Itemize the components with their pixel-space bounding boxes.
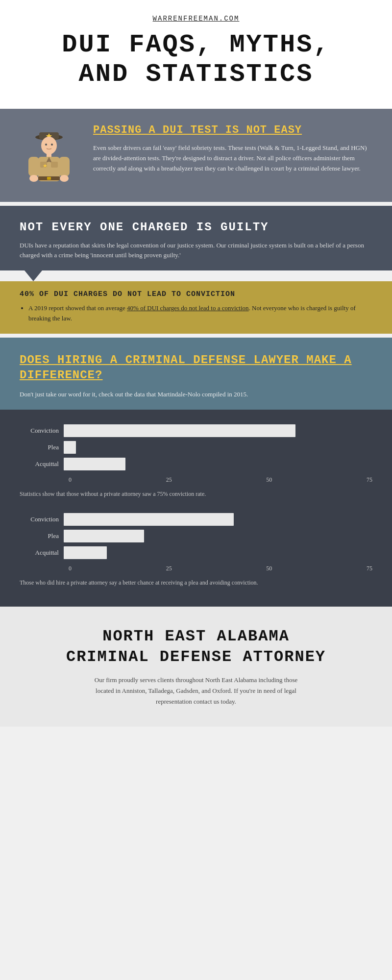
chart2-conviction-bar — [64, 513, 234, 526]
svg-point-4 — [45, 144, 47, 146]
chart1-x-25: 25 — [166, 476, 172, 484]
forty-link[interactable]: 40% of DUI charges do not lead to a conv… — [127, 304, 249, 312]
ne-alabama-title-line1: NORTH EAST ALABAMA — [102, 627, 290, 645]
chart2-plea-track — [64, 530, 372, 542]
chart2-plea-row: Plea — [20, 530, 372, 542]
hiring-body: Don't just take our word for it, check o… — [20, 390, 372, 400]
ne-alabama-title-line2: CRIMINAL DEFENSE ATTORNEY — [66, 648, 326, 666]
chart1-conviction-track — [64, 424, 372, 437]
chart2-x-0: 0 — [69, 565, 72, 572]
site-url[interactable]: WARRENFREEMAN.COM — [29, 15, 363, 23]
chart2-x-50: 50 — [266, 565, 272, 572]
chart1-plea-label: Plea — [20, 443, 64, 451]
hiring-title: DOES HIRING A CRIMINAL DEFENSE LAWYER MA… — [20, 352, 372, 383]
chart2: Conviction Plea Acquittal 0 — [20, 508, 372, 587]
section-forty: 40% OF DUI CHARGES DO NOT LEAD TO CONVIC… — [0, 281, 392, 334]
chart1-acquittal-row: Acquittal — [20, 458, 372, 470]
forty-title: 40% OF DUI CHARGES DO NOT LEAD TO CONVIC… — [20, 290, 372, 298]
chart1-x-75: 75 — [367, 476, 372, 484]
chart1-x-labels: 0 25 50 75 — [69, 476, 372, 484]
section-not-guilty: NOT EVERY ONE CHARGED IS GUILTY DUIs hav… — [0, 206, 392, 271]
chart1-acquittal-track — [64, 458, 372, 470]
chart2-acquittal-row: Acquittal — [20, 546, 372, 559]
chart1: Conviction Plea Acquittal 0 — [20, 419, 372, 498]
chart1-x-0: 0 — [69, 476, 72, 484]
chart2-plea-label: Plea — [20, 532, 64, 540]
officer-icon — [20, 123, 78, 187]
chart2-conviction-track — [64, 513, 372, 526]
svg-rect-13 — [59, 157, 70, 176]
chart2-acquittal-label: Acquittal — [20, 549, 64, 557]
chart2-container: Conviction Plea Acquittal 0 — [20, 508, 372, 578]
header: WARRENFREEMAN.COM DUI FAQS, MYTHS, AND S… — [0, 0, 392, 109]
chart2-x-labels: 0 25 50 75 — [69, 565, 372, 572]
chart1-acquittal-bar — [64, 458, 125, 470]
chart1-conviction-row: Conviction — [20, 424, 372, 437]
chart1-conviction-bar — [64, 424, 295, 437]
section-dui-test: PASSING A DUI TEST IS NOT EASY Even sobe… — [0, 109, 392, 202]
chart1-plea-bar — [64, 441, 76, 454]
chart1-container: Conviction Plea Acquittal 0 — [20, 419, 372, 490]
dui-test-title: PASSING A DUI TEST IS NOT EASY — [93, 123, 372, 138]
section-hiring: DOES HIRING A CRIMINAL DEFENSE LAWYER MA… — [0, 338, 392, 410]
chart2-conviction-row: Conviction — [20, 513, 372, 526]
forty-body-prefix: A 2019 report showed that on average — [28, 304, 127, 312]
not-guilty-body: DUIs have a reputation that skirts the l… — [20, 241, 372, 271]
chart1-x-axis: 0 25 50 75 — [69, 474, 372, 490]
section-charts: Conviction Plea Acquittal 0 — [0, 410, 392, 607]
chart2-conviction-label: Conviction — [20, 515, 64, 523]
svg-rect-17 — [47, 177, 51, 180]
not-guilty-title: NOT EVERY ONE CHARGED IS GUILTY — [20, 220, 372, 234]
chart1-acquittal-label: Acquittal — [20, 460, 64, 468]
svg-point-5 — [51, 144, 53, 146]
dui-test-content: PASSING A DUI TEST IS NOT EASY Even sobe… — [93, 123, 372, 174]
chart2-acquittal-track — [64, 546, 372, 559]
chart2-x-axis: 0 25 50 75 — [69, 563, 372, 578]
section-ne-alabama: NORTH EAST ALABAMA CRIMINAL DEFENSE ATTO… — [0, 607, 392, 727]
chart1-caption: Statistics show that those without a pri… — [20, 490, 372, 498]
chart2-caption: Those who did hire a private attorney sa… — [20, 578, 372, 587]
forty-body: A 2019 report showed that on average 40%… — [20, 303, 372, 324]
main-title-line1: DUI FAQS, MYTHS, — [62, 30, 330, 59]
svg-rect-10 — [51, 162, 58, 168]
chart2-x-75: 75 — [367, 565, 372, 572]
dui-test-body: Even sober drivers can fail 'easy' field… — [93, 143, 372, 173]
ne-alabama-body: Our firm proudly serves clients througho… — [88, 675, 304, 707]
chart1-plea-track — [64, 441, 372, 454]
chart2-plea-bar — [64, 530, 144, 542]
chart1-plea-row: Plea — [20, 441, 372, 454]
svg-point-3 — [41, 137, 57, 154]
chart1-x-50: 50 — [266, 476, 272, 484]
svg-point-15 — [60, 175, 69, 182]
ne-alabama-title: NORTH EAST ALABAMA CRIMINAL DEFENSE ATTO… — [39, 626, 353, 667]
svg-rect-6 — [47, 153, 51, 157]
svg-rect-12 — [28, 157, 39, 176]
svg-point-14 — [29, 175, 38, 182]
main-title-line2: AND STATISTICS — [79, 60, 314, 89]
main-title: DUI FAQS, MYTHS, AND STATISTICS — [29, 30, 363, 89]
chart2-x-25: 25 — [166, 565, 172, 572]
chart1-conviction-label: Conviction — [20, 427, 64, 435]
chart2-acquittal-bar — [64, 546, 107, 559]
triangle-pointer — [24, 270, 42, 281]
